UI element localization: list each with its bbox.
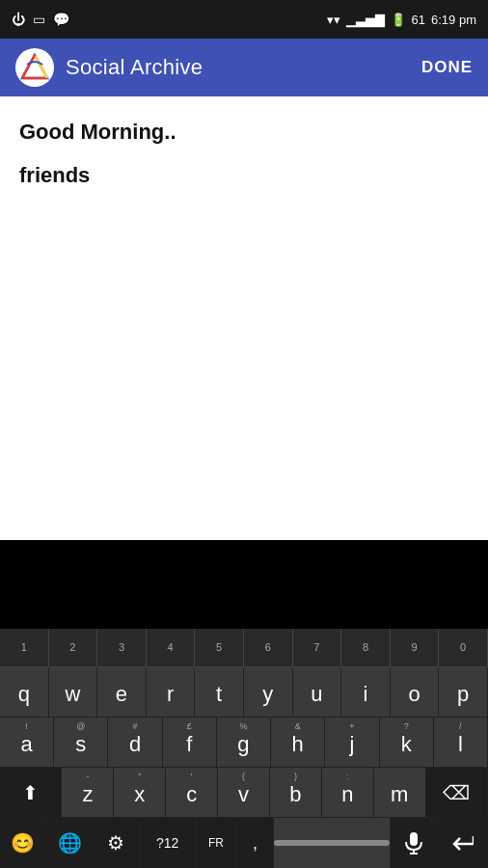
app-logo (15, 48, 54, 87)
status-bar-right: ▾▾ ▁▃▅▇ 🔋 61 6:19 pm (327, 13, 476, 27)
key-v[interactable]: (v (218, 768, 270, 818)
post-line1: Good Morning.. (19, 116, 469, 148)
key-3[interactable]: 3 (97, 629, 147, 667)
key-s[interactable]: @s (54, 718, 108, 768)
screen-icon: ▭ (33, 12, 45, 27)
key-backspace[interactable]: ⌫ (426, 768, 488, 818)
key-n[interactable]: :n (322, 768, 374, 818)
svg-rect-5 (410, 832, 418, 846)
power-icon: ⏻ (12, 12, 25, 27)
key-m[interactable]: m (374, 768, 426, 818)
key-x[interactable]: "x (114, 768, 166, 818)
key-j[interactable]: +j (325, 718, 379, 768)
key-8[interactable]: 8 (341, 629, 391, 667)
content-area[interactable]: Good Morning.. friends (0, 96, 488, 540)
number-row: 1 2 3 4 5 6 7 8 9 0 (0, 629, 488, 667)
key-settings[interactable]: ⚙ (94, 818, 140, 868)
key-globe[interactable]: 🌐 (46, 818, 93, 868)
key-u[interactable]: u (293, 667, 342, 718)
bottom-row: 😊 🌐 ⚙ ?12 FR , (0, 818, 488, 868)
key-q[interactable]: q (0, 667, 49, 718)
post-text: Good Morning.. friends (19, 116, 469, 191)
key-enter[interactable] (438, 818, 488, 868)
app-logo-icon (18, 51, 51, 84)
key-w[interactable]: w (49, 667, 98, 718)
key-9[interactable]: 9 (391, 629, 440, 667)
app-title: Social Archive (66, 55, 203, 80)
key-b[interactable]: )b (270, 768, 322, 818)
key-space[interactable] (274, 818, 391, 868)
key-2[interactable]: 2 (49, 629, 98, 667)
qwerty-row: q w e r t y u i o p (0, 667, 488, 718)
key-7[interactable]: 7 (293, 629, 342, 667)
status-bar: ⏻ ▭ 💬 ▾▾ ▁▃▅▇ 🔋 61 6:19 pm (0, 0, 488, 39)
key-g[interactable]: %g (217, 718, 271, 768)
key-mic[interactable] (391, 818, 437, 868)
key-f[interactable]: £f (163, 718, 217, 768)
key-4[interactable]: 4 (147, 629, 196, 667)
key-c[interactable]: 'c (166, 768, 218, 818)
key-5[interactable]: 5 (195, 629, 244, 667)
key-shift[interactable]: ⬆ (0, 768, 62, 818)
key-language[interactable]: FR (196, 818, 237, 868)
wifi-icon: ▾▾ (327, 13, 340, 27)
battery-icon: 🔋 (391, 13, 406, 27)
key-r[interactable]: r (147, 667, 196, 718)
key-num-switch[interactable]: ?12 (140, 818, 196, 868)
key-i[interactable]: i (341, 667, 391, 718)
key-a[interactable]: !a (0, 718, 54, 768)
key-1[interactable]: 1 (0, 629, 49, 667)
key-t[interactable]: t (195, 667, 244, 718)
key-z[interactable]: -z (62, 768, 114, 818)
key-h[interactable]: &h (271, 718, 325, 768)
key-l[interactable]: /l (434, 718, 488, 768)
signal-icon: ▁▃▅▇ (346, 13, 385, 27)
key-p[interactable]: p (439, 667, 488, 718)
space-bar-visual (274, 840, 390, 846)
battery-percent: 61 (412, 13, 425, 27)
asdf-row: XT9 !a @s #d £f %g &h +j ?k /l (0, 718, 488, 768)
key-0[interactable]: 0 (439, 629, 488, 667)
app-bar: Social Archive DONE (0, 39, 488, 96)
zxcv-row: ⬆ -z "x 'c (v )b :n m ⌫ (0, 768, 488, 818)
key-comma[interactable]: , (237, 818, 275, 868)
key-k[interactable]: ?k (380, 718, 434, 768)
key-emoji[interactable]: 😊 (0, 818, 46, 868)
app-bar-left: Social Archive (15, 48, 203, 87)
status-bar-left: ⏻ ▭ 💬 (12, 12, 69, 27)
bbm-icon: 💬 (53, 12, 69, 27)
enter-icon (452, 834, 474, 852)
post-line2: friends (19, 159, 469, 191)
key-6[interactable]: 6 (244, 629, 293, 667)
key-e[interactable]: e (97, 667, 147, 718)
key-d[interactable]: #d (108, 718, 162, 768)
time-display: 6:19 pm (431, 13, 476, 27)
mic-icon (404, 831, 423, 854)
keyboard: 1 2 3 4 5 6 7 8 9 0 q w e r t y u i o p … (0, 629, 488, 868)
key-y[interactable]: y (244, 667, 293, 718)
done-button[interactable]: DONE (421, 58, 473, 77)
key-o[interactable]: o (391, 667, 440, 718)
